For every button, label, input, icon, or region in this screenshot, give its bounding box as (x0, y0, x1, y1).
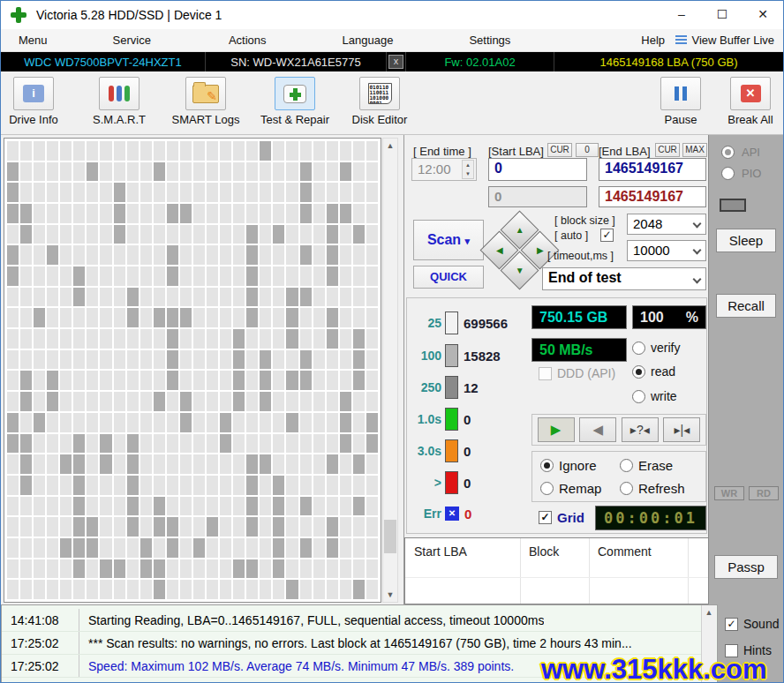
close-button[interactable]: ✕ (743, 1, 783, 29)
seek-end-button[interactable]: ▸|◂ (663, 417, 700, 442)
menu-item-actions[interactable]: Actions (225, 34, 270, 47)
scan-button[interactable]: Scan ▾ (413, 220, 484, 260)
menu-bar: Menu Service Actions Language Settings H… (1, 29, 783, 52)
seek-end-icon: ▸|◂ (675, 423, 690, 437)
break-all-button[interactable]: ✕ Break All (711, 77, 784, 126)
mode-write-radio[interactable]: write (632, 389, 677, 403)
log-message: *** Scan results: no warnings, no errors… (79, 636, 632, 650)
end-lba-max-button[interactable]: MAX (682, 143, 707, 157)
api-radio[interactable]: API (721, 146, 760, 159)
sleep-button[interactable]: Sleep (716, 229, 776, 252)
scan-block-map (4, 138, 381, 603)
pio-radio[interactable]: PIO (721, 167, 761, 180)
timeout-combo[interactable]: 10000 (627, 240, 706, 261)
radio-icon (632, 390, 645, 403)
menu-item-settings[interactable]: Settings (465, 34, 514, 47)
col-start-lba[interactable]: Start LBA (414, 538, 467, 565)
first-aid-icon (283, 85, 306, 103)
maximize-button[interactable]: ☐ (702, 1, 743, 29)
block-map-scrollbar[interactable]: ▲ ▼ (382, 138, 398, 603)
spinner-arrows-icon[interactable]: ▲▼ (462, 160, 474, 179)
checkbox-icon (539, 367, 552, 380)
pause-button[interactable]: Pause (641, 77, 720, 126)
sound-checkbox[interactable]: ✓Sound (725, 617, 779, 631)
scroll-up-icon[interactable]: ▲ (702, 605, 716, 619)
start-lba-input[interactable]: 0 (488, 158, 587, 181)
window-title: Victoria 5.28 HDD/SSD | Device 1 (36, 8, 222, 22)
col-block[interactable]: Block (529, 538, 559, 565)
log-time: 17:25:02 (2, 655, 79, 677)
back-icon: ◀ (592, 422, 603, 437)
stat-row: 3.0s0 (408, 438, 527, 464)
drive-model: WDC WD7500BPVT-24HXZT1 (1, 52, 206, 71)
end-lba-input[interactable]: 1465149167 (599, 158, 706, 181)
col-comment[interactable]: Comment (598, 538, 652, 565)
wr-button[interactable]: WR (714, 486, 744, 500)
minimize-button[interactable]: – (661, 1, 702, 29)
scrollbar-thumb[interactable] (384, 520, 396, 553)
infobar-close-button[interactable]: x (388, 55, 403, 69)
block-size-combo[interactable]: 2048 (627, 214, 706, 235)
log-entry: 17:25:02 *** Scan results: no warnings, … (2, 632, 701, 655)
erase-radio[interactable]: Erase (620, 458, 673, 473)
scroll-up-icon[interactable]: ▲ (383, 139, 397, 153)
start-lba-cur-button[interactable]: CUR (547, 143, 572, 157)
radio-icon (632, 365, 645, 379)
refresh-radio[interactable]: Refresh (620, 481, 685, 496)
start-lba-label: [Start LBA] (488, 145, 544, 158)
break-all-label: Break All (711, 113, 784, 126)
capacity-lcd: 750.15 GB (531, 305, 627, 329)
reverse-button[interactable]: ◀ (579, 417, 616, 442)
drive-info-label: Drive Info (0, 113, 73, 126)
percent-unit: % (686, 310, 698, 326)
remap-radio[interactable]: Remap (540, 481, 601, 496)
smart-logs-button[interactable]: ✎ SMART Logs (166, 77, 245, 126)
radio-icon (540, 482, 554, 495)
end-of-test-combo[interactable]: End of test (542, 267, 706, 290)
menu-item-menu[interactable]: Menu (15, 34, 51, 47)
test-repair-button[interactable]: Test & Repair (255, 77, 335, 126)
drive-firmware: Fw: 02.01A02 (406, 52, 554, 71)
ddd-api-checkbox[interactable]: DDD (API) (539, 366, 615, 380)
mode-read-radio[interactable]: read (632, 364, 675, 379)
ignore-radio[interactable]: Ignore (540, 458, 597, 473)
menu-item-help[interactable]: Help (637, 34, 668, 47)
block-size-label: [ block size ] (554, 214, 615, 227)
start-test-button[interactable]: ▶ (538, 417, 575, 442)
sound-label: Sound (743, 617, 779, 631)
radio-icon (620, 459, 633, 472)
start-lba-zero-button[interactable]: 0 (576, 143, 599, 157)
toolbar: i Drive Info S.M.A.R.T ✎ SMART Logs Test… (1, 71, 783, 135)
recall-button[interactable]: Recall (716, 294, 776, 318)
grid-checkbox[interactable]: ✓Grid (539, 510, 584, 525)
quick-button[interactable]: QUICK (413, 266, 484, 289)
drive-info-button[interactable]: i Drive Info (0, 77, 73, 126)
smart-button[interactable]: S.M.A.R.T (79, 77, 159, 126)
defect-table: Start LBA Block Comment (404, 537, 709, 604)
menu-item-service[interactable]: Service (109, 34, 155, 47)
view-buffer-live[interactable]: View Buffer Live (675, 34, 774, 47)
seek-question-button[interactable]: ▸?◂ (622, 417, 659, 442)
end-time-spinner[interactable]: 12:00 ▲▼ (411, 158, 477, 181)
disk-editor-label: Disk Editor (340, 113, 419, 126)
smart-tubes-icon (109, 86, 130, 101)
mode-verify-radio[interactable]: verify (632, 341, 680, 355)
write-label: write (651, 389, 677, 403)
drive-info-icon: i (23, 85, 44, 102)
arrow-up-icon: ▲ (516, 225, 524, 235)
auto-label: [ auto ] (554, 229, 588, 242)
menu-item-language[interactable]: Language (339, 34, 397, 47)
grid-label: Grid (557, 510, 584, 525)
watermark: www.315kkk.com (541, 654, 767, 683)
read-label: read (651, 364, 675, 379)
passp-button[interactable]: Passp (714, 555, 778, 579)
radio-icon (721, 167, 735, 180)
speed-lcd: 50 MB/s (531, 338, 627, 362)
app-window: Victoria 5.28 HDD/SSD | Device 1 – ☐ ✕ M… (0, 0, 784, 683)
play-icon: ▶ (551, 422, 562, 437)
scroll-down-icon[interactable]: ▼ (383, 588, 397, 602)
disk-editor-button[interactable]: 010110 110011 101000 0001 Disk Editor (340, 77, 419, 126)
auto-checkbox[interactable]: ✓ (600, 229, 614, 242)
end-lba-cur-button[interactable]: CUR (655, 143, 680, 157)
rd-button[interactable]: RD (749, 486, 779, 500)
